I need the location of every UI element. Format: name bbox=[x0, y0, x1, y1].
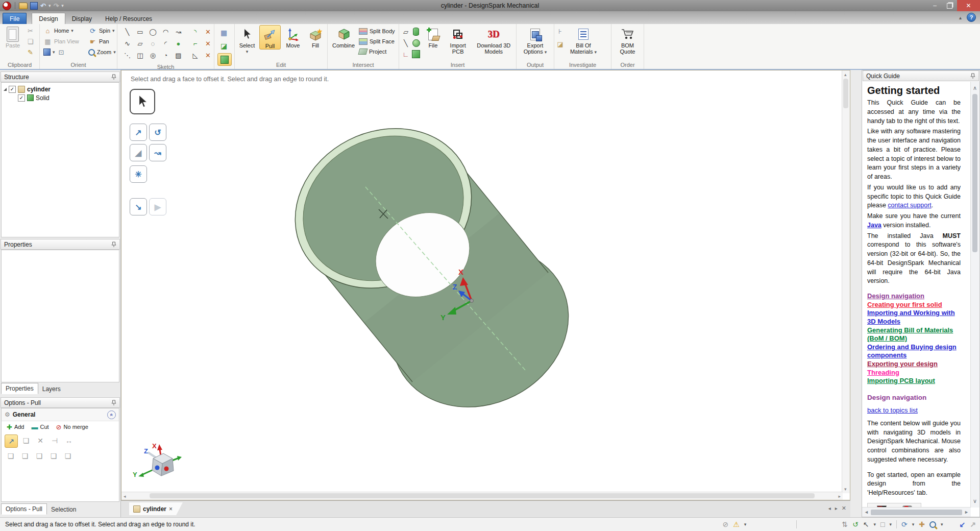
scroll-down-icon[interactable]: ∨ bbox=[973, 498, 977, 504]
export-options-button[interactable]: Export Options ▾ bbox=[520, 25, 551, 55]
add-option[interactable]: ✚Add bbox=[6, 422, 25, 432]
insert-sphere-icon[interactable] bbox=[412, 39, 420, 47]
pull-opt-1-button[interactable]: ❏ bbox=[6, 451, 16, 461]
expander-icon[interactable] bbox=[4, 88, 7, 91]
snapshot-icon[interactable]: ⊡ bbox=[57, 48, 66, 57]
bill-of-materials-button[interactable]: Bill Of Materials ▾ bbox=[567, 25, 600, 55]
combine-button[interactable]: Combine bbox=[329, 25, 358, 49]
topic-link-design-navigation[interactable]: Design navigation bbox=[867, 292, 961, 301]
project-to-sketch-icon[interactable]: ▨ bbox=[172, 50, 185, 61]
undo-icon[interactable]: ↶ bbox=[40, 3, 46, 9]
topic-link-creating-first-solid[interactable]: Creating your first solid bbox=[867, 301, 961, 309]
pull-opt-3-button[interactable]: ❏ bbox=[34, 451, 44, 461]
sweep-arc-icon[interactable]: ◜ bbox=[159, 38, 172, 50]
tab-layers[interactable]: Layers bbox=[38, 384, 65, 394]
tab-file[interactable]: File bbox=[3, 13, 27, 24]
warnings-dropdown-icon[interactable]: ▾ bbox=[744, 522, 747, 527]
mass-properties-icon[interactable]: ◪ bbox=[556, 40, 565, 49]
topic-link-generating-bom[interactable]: Generating Bill of Materials (BoM / BOM) bbox=[867, 326, 961, 343]
cut-option[interactable]: ▬Cut bbox=[30, 422, 50, 432]
insert-file-button[interactable]: File bbox=[423, 25, 443, 49]
tab-help-resources[interactable]: Help / Resources bbox=[99, 13, 159, 24]
quick-guide-vertical-scrollbar[interactable]: ∧ ∨ bbox=[970, 82, 979, 508]
revolve-button[interactable]: ↺ bbox=[149, 124, 166, 141]
spin-tool-icon[interactable]: ⟳ bbox=[901, 520, 908, 528]
tangent-arc-icon[interactable]: ◔ bbox=[159, 50, 172, 61]
pull-tool-2-button[interactable]: ❏ bbox=[20, 435, 32, 447]
select-cursor-icon[interactable]: ↖ bbox=[863, 520, 869, 528]
split-curve-icon[interactable]: ✕ bbox=[202, 38, 214, 50]
create-corner-icon[interactable]: ◝ bbox=[189, 26, 202, 38]
select-tool-button[interactable] bbox=[130, 89, 155, 114]
spin-button[interactable]: ⟳ Spin ▾ bbox=[87, 26, 119, 36]
spin-tool-dropdown-icon[interactable]: ▾ bbox=[912, 522, 915, 527]
restore-button[interactable] bbox=[942, 0, 957, 11]
back-to-topics-link[interactable]: back to topics list bbox=[867, 406, 961, 414]
three-point-circle-icon[interactable]: ◌ bbox=[146, 38, 159, 50]
qat-customize-icon[interactable]: ▾ bbox=[61, 3, 64, 8]
topic-link-ordering-components[interactable]: Ordering and Buying design components bbox=[867, 343, 961, 360]
close-document-icon[interactable]: × bbox=[169, 505, 173, 513]
insert-cylinder-icon[interactable] bbox=[413, 28, 419, 36]
open-icon[interactable] bbox=[19, 3, 28, 9]
solid-visibility-checkbox[interactable]: ✓ bbox=[18, 94, 25, 102]
pin-icon[interactable] bbox=[970, 73, 975, 79]
sketch-mode-button[interactable]: ▦ bbox=[217, 27, 231, 38]
format-painter-icon[interactable]: ✎ bbox=[26, 48, 35, 57]
ellipse-icon[interactable]: ◫ bbox=[134, 50, 146, 61]
intersection-trim-icon[interactable]: ✕ bbox=[202, 50, 214, 61]
tree-item-cylinder[interactable]: ✓ cylinder bbox=[3, 85, 118, 93]
pull-opt-2-button[interactable]: ❏ bbox=[20, 451, 30, 461]
view-orientation-button[interactable]: ▾ ⊡ bbox=[42, 47, 87, 57]
fill-button[interactable]: Fill bbox=[305, 25, 326, 49]
select-dropdown-icon[interactable]: ▾ bbox=[873, 522, 876, 527]
split-body-button[interactable]: Split Body bbox=[358, 26, 396, 36]
minimize-button[interactable]: – bbox=[927, 0, 942, 11]
bend-icon[interactable]: ⌐ bbox=[189, 38, 202, 50]
copy-icon[interactable]: ❏ bbox=[26, 37, 35, 46]
selection-box-dropdown-icon[interactable]: ▾ bbox=[889, 522, 892, 527]
contact-support-link[interactable]: contact support bbox=[888, 202, 931, 209]
canvas-vertical-scrollbar[interactable]: ▴ ▾ bbox=[842, 70, 850, 493]
construction-line-icon[interactable]: ∿ bbox=[121, 38, 134, 50]
paste-button[interactable]: Paste bbox=[2, 25, 24, 49]
design-canvas[interactable]: Select and drag a face to offset it. Sel… bbox=[121, 70, 850, 500]
save-icon[interactable] bbox=[30, 2, 38, 10]
pan-button[interactable]: ☛ Pan bbox=[87, 36, 119, 46]
project-button[interactable]: Project bbox=[358, 46, 396, 57]
scroll-left-icon[interactable]: ◂ bbox=[124, 494, 126, 499]
three-point-rectangle-icon[interactable]: ▱ bbox=[134, 38, 146, 50]
cut-icon[interactable]: ✂ bbox=[26, 27, 35, 35]
pan-tool-icon[interactable]: ✚ bbox=[919, 520, 925, 528]
scroll-thumb[interactable] bbox=[843, 79, 848, 108]
line-icon[interactable]: ╲ bbox=[121, 26, 134, 38]
topic-link-exporting-design[interactable]: Exporting your design bbox=[867, 360, 961, 369]
scroll-right-icon[interactable]: ► bbox=[964, 510, 969, 515]
app-logo-icon[interactable] bbox=[3, 2, 11, 10]
tab-design[interactable]: Design bbox=[32, 13, 65, 24]
tab-properties[interactable]: Properties bbox=[1, 383, 38, 394]
scroll-up-icon[interactable]: ∧ bbox=[973, 85, 977, 91]
nudge-updown-icon[interactable]: ⇅ bbox=[842, 520, 848, 528]
home-button[interactable]: ⌂ Home ▾ bbox=[42, 26, 87, 36]
go-to-next-button[interactable]: ▶ bbox=[149, 198, 166, 215]
topic-link-importing-pcb[interactable]: Importing PCB layout bbox=[867, 377, 961, 385]
undo-dropdown-icon[interactable]: ▾ bbox=[48, 3, 51, 8]
tab-close-all-icon[interactable]: ✕ bbox=[842, 505, 846, 512]
section-mode-button[interactable]: ◪ bbox=[217, 40, 231, 52]
spline-icon[interactable]: ↝ bbox=[172, 26, 185, 38]
previous-view-icon[interactable]: ↙ bbox=[960, 520, 966, 528]
stop-icon[interactable]: ⊘ bbox=[722, 520, 728, 528]
tree-item-solid[interactable]: ✓ Solid bbox=[3, 93, 118, 102]
insert-axes-icon[interactable]: ∟ bbox=[401, 49, 411, 60]
tab-scroll-right-icon[interactable]: ▸ bbox=[835, 505, 838, 511]
cylinder-visibility-checkbox[interactable]: ✓ bbox=[9, 86, 16, 93]
point-icon[interactable]: ● bbox=[172, 38, 185, 50]
next-view-icon[interactable]: ↗ bbox=[970, 520, 976, 528]
sweep-button[interactable]: ↝ bbox=[149, 144, 166, 161]
warnings-icon[interactable]: ⚠ bbox=[733, 520, 740, 528]
quick-guide-horizontal-scrollbar[interactable]: ◄ ► bbox=[862, 507, 971, 517]
measure-icon[interactable]: ⊦ bbox=[556, 27, 565, 36]
tab-scroll-left-icon[interactable]: ◂ bbox=[828, 505, 831, 511]
orientation-view-cube[interactable]: Z X Y bbox=[128, 441, 189, 490]
